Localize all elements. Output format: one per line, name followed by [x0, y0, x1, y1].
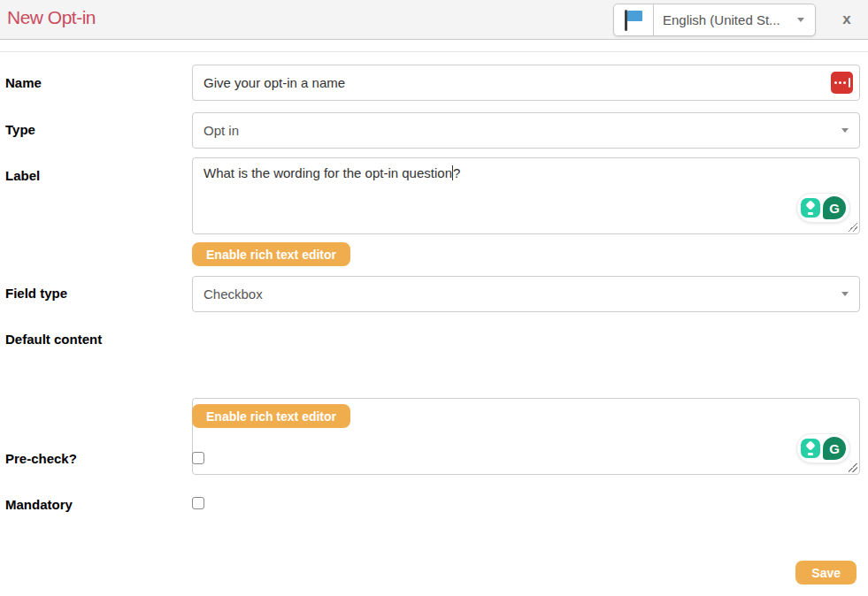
name-input[interactable]	[192, 65, 860, 101]
grammarly-widget: G	[796, 193, 850, 223]
language-dropdown[interactable]: English (United St...	[654, 4, 815, 35]
grammarly-suggestions-icon[interactable]	[801, 198, 820, 218]
type-select[interactable]: Opt in	[192, 112, 860, 149]
field-type-select-value: Checkbox	[204, 287, 263, 302]
label-textarea-value-suffix: ?	[453, 165, 460, 180]
pre-check-checkbox[interactable]	[192, 452, 204, 464]
mandatory-label: Mandatory	[5, 497, 73, 512]
pre-check-label: Pre-check?	[5, 451, 77, 466]
chevron-down-icon	[841, 128, 849, 133]
label-textarea[interactable]: What is the wording for the opt-in quest…	[192, 157, 860, 234]
resize-handle-icon[interactable]	[849, 463, 857, 472]
lastpass-icon[interactable]	[831, 72, 853, 94]
close-button[interactable]: x	[837, 10, 856, 29]
field-type-label: Field type	[5, 286, 67, 301]
chevron-down-icon	[797, 18, 804, 22]
type-label: Type	[5, 122, 35, 137]
name-label: Name	[5, 75, 42, 90]
grammarly-logo-icon[interactable]: G	[823, 437, 846, 460]
language-selector: English (United St...	[613, 4, 816, 36]
save-button[interactable]: Save	[795, 561, 856, 585]
modal-header: New Opt-in English (United St... x	[0, 0, 868, 40]
page-title: New Opt-in	[7, 7, 96, 28]
default-content-label: Default content	[5, 332, 102, 347]
grammarly-widget: G	[796, 433, 850, 463]
enable-rich-text-button-label-field[interactable]: Enable rich text editor	[192, 242, 350, 266]
label-textarea-value: What is the wording for the opt-in quest…	[204, 165, 452, 180]
type-select-value: Opt in	[204, 123, 239, 138]
flag-icon	[622, 8, 645, 33]
grammarly-suggestions-icon[interactable]	[801, 439, 820, 458]
new-opt-in-modal: New Opt-in English (United St... x Name …	[0, 0, 868, 596]
language-flag-button[interactable]	[614, 4, 654, 35]
field-type-select[interactable]: Checkbox	[192, 276, 860, 312]
enable-rich-text-button-default-content[interactable]: Enable rich text editor	[192, 404, 350, 428]
resize-handle-icon[interactable]	[849, 223, 857, 232]
mandatory-checkbox[interactable]	[192, 497, 204, 509]
header-divider	[0, 51, 868, 52]
name-field-wrap	[192, 65, 860, 101]
language-dropdown-value: English (United St...	[663, 12, 780, 27]
chevron-down-icon	[841, 292, 849, 296]
grammarly-logo-icon[interactable]: G	[823, 196, 846, 219]
label-field-label: Label	[5, 168, 40, 183]
